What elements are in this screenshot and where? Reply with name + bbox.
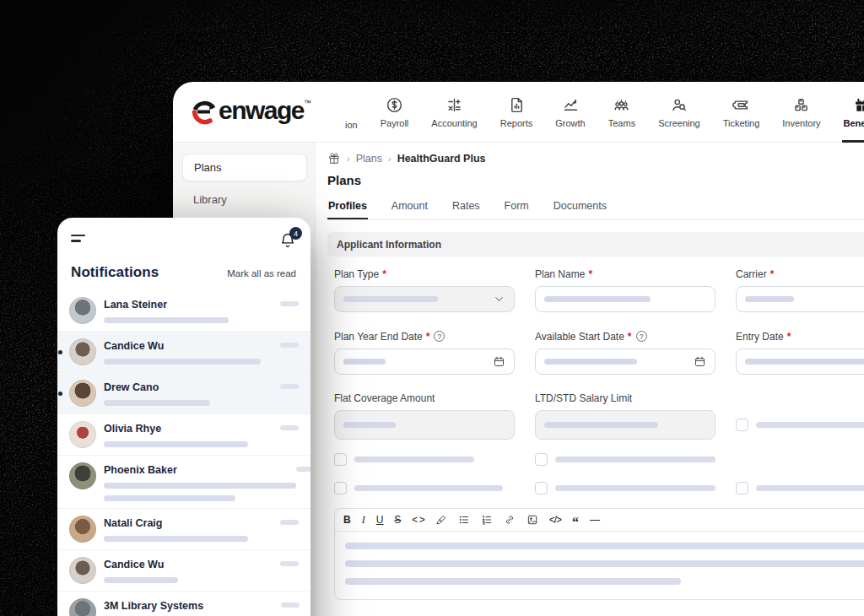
help-icon[interactable]: ?: [636, 331, 647, 342]
notification-item[interactable]: Natali Craig: [57, 509, 310, 550]
plan-type-select[interactable]: [334, 286, 515, 312]
plan-year-end-date-input[interactable]: [334, 349, 515, 375]
checkbox[interactable]: [334, 453, 347, 466]
nav-item-screening[interactable]: Screening: [656, 82, 702, 143]
gift-icon[interactable]: [327, 152, 341, 165]
nav-item-benefits[interactable]: Benefits: [842, 82, 864, 143]
notification-bell[interactable]: 4: [279, 232, 296, 252]
horizontal-rule-button[interactable]: —: [590, 515, 600, 525]
checkbox[interactable]: [736, 419, 748, 431]
help-icon[interactable]: ?: [434, 331, 445, 342]
bulleted-list-button[interactable]: [458, 514, 470, 526]
rich-text-editor: B I U S < >: [334, 508, 864, 600]
available-start-date-input[interactable]: [535, 349, 716, 375]
notification-item[interactable]: 3M Library Systems: [57, 592, 310, 616]
nav-item-partial-left[interactable]: ion: [343, 82, 359, 143]
nav-item-reports[interactable]: Reports: [499, 82, 535, 143]
checkbox[interactable]: [535, 453, 548, 466]
notification-item[interactable]: Olivia Rhye: [57, 414, 310, 456]
plan-year-end-date-label: Plan Year End Date* ?: [334, 330, 515, 343]
blockquote-button[interactable]: “: [572, 516, 579, 529]
editor-content[interactable]: [335, 532, 864, 599]
section-applicant-information: Applicant Information: [327, 232, 864, 257]
chevron-down-icon: [493, 293, 505, 305]
sidebar-item-library[interactable]: Library: [182, 186, 307, 213]
numbered-list-icon: [481, 514, 493, 526]
timestamp-placeholder: [280, 301, 299, 306]
numbered-list-button[interactable]: [481, 514, 493, 526]
plan-name-input[interactable]: [535, 286, 716, 312]
entry-date-label: Entry Date*: [736, 330, 864, 343]
notification-item[interactable]: Lana Steiner: [57, 290, 310, 332]
tab-rates[interactable]: Rates: [451, 200, 481, 219]
form-row-2: Plan Year End Date* ? Available Start Da…: [327, 330, 864, 375]
notification-sender: Phoenix Baker: [104, 464, 296, 476]
nav-item-teams[interactable]: Teams: [607, 82, 637, 143]
notification-item[interactable]: Phoenix Baker: [57, 456, 310, 509]
carrier-label: Carrier*: [736, 267, 864, 280]
checkbox-option: [736, 418, 864, 431]
nav-item-inventory[interactable]: Inventory: [780, 82, 822, 143]
image-icon: [526, 514, 538, 526]
notification-sender: Candice Wu: [104, 559, 280, 570]
plan-type-label: Plan Type*: [334, 267, 515, 280]
ltd-std-salary-limit-input[interactable]: [535, 410, 716, 440]
content-area: › Plans › HealthGuard Plus Plans Profile…: [316, 143, 864, 616]
notification-sender: Drew Cano: [104, 381, 280, 393]
notification-item[interactable]: Candice Wu: [57, 550, 310, 592]
flat-coverage-amount-input[interactable]: [334, 410, 515, 440]
plan-name-label: Plan Name*: [535, 267, 716, 280]
nav-item-growth[interactable]: Growth: [554, 82, 586, 143]
avatar: [69, 598, 96, 616]
timestamp-placeholder: [280, 561, 299, 566]
checkbox-row-1: [327, 452, 864, 466]
form-row-3: Flat Coverage Amount LTD/STD Salary Limi…: [327, 392, 864, 440]
checkbox[interactable]: [535, 482, 548, 494]
checkbox[interactable]: [334, 482, 347, 494]
nav-item-ticketing[interactable]: Ticketing: [721, 82, 762, 143]
tab-documents[interactable]: Documents: [553, 200, 608, 219]
breadcrumb-plans[interactable]: Plans: [356, 153, 382, 165]
brand-logo[interactable]: enwage ™: [190, 98, 343, 127]
avatar: [69, 421, 96, 448]
checkbox[interactable]: [736, 482, 748, 494]
notification-sender: Lana Steiner: [104, 299, 280, 311]
tab-amount[interactable]: Amount: [391, 200, 429, 219]
underline-button[interactable]: U: [376, 515, 384, 525]
timestamp-placeholder: [280, 343, 299, 348]
carrier-input[interactable]: [736, 286, 864, 312]
notification-sender: Candice Wu: [104, 340, 280, 352]
nav-item-payroll[interactable]: Payroll: [379, 82, 411, 143]
tab-form[interactable]: Form: [504, 200, 530, 219]
calendar-icon: [493, 355, 505, 368]
mark-all-as-read-link[interactable]: Mark all as read: [227, 268, 296, 278]
strikethrough-button[interactable]: S: [394, 515, 401, 525]
avatar: [69, 297, 96, 324]
inline-code-button[interactable]: < >: [412, 515, 424, 525]
avatar: [69, 516, 96, 543]
italic-button[interactable]: I: [362, 515, 365, 525]
notification-sender: Olivia Rhye: [104, 423, 280, 435]
timestamp-placeholder: [280, 520, 299, 525]
notifications-title: Notifications: [71, 264, 159, 281]
avatar: [69, 380, 96, 407]
link-button[interactable]: [504, 514, 516, 526]
nav-item-accounting[interactable]: Accounting: [429, 82, 478, 143]
menu-icon[interactable]: [71, 232, 86, 246]
entry-date-input[interactable]: [736, 349, 864, 375]
image-button[interactable]: [526, 514, 538, 526]
notification-item[interactable]: Drew Cano: [57, 373, 310, 414]
ticketing-icon: [732, 96, 750, 114]
bold-button[interactable]: B: [343, 515, 351, 525]
code-block-button[interactable]: </>: [549, 515, 561, 525]
tab-profiles[interactable]: Profiles: [327, 200, 368, 219]
reports-icon: [508, 96, 526, 114]
highlight-button[interactable]: [435, 514, 447, 526]
notification-badge: 4: [289, 227, 302, 240]
timestamp-placeholder: [280, 425, 299, 430]
sidebar-item-plans[interactable]: Plans: [182, 154, 307, 181]
timestamp-placeholder: [296, 467, 310, 472]
editor-toolbar: B I U S < >: [335, 509, 864, 532]
notification-sender: Natali Craig: [104, 517, 280, 529]
notification-item[interactable]: Candice Wu: [57, 332, 310, 373]
